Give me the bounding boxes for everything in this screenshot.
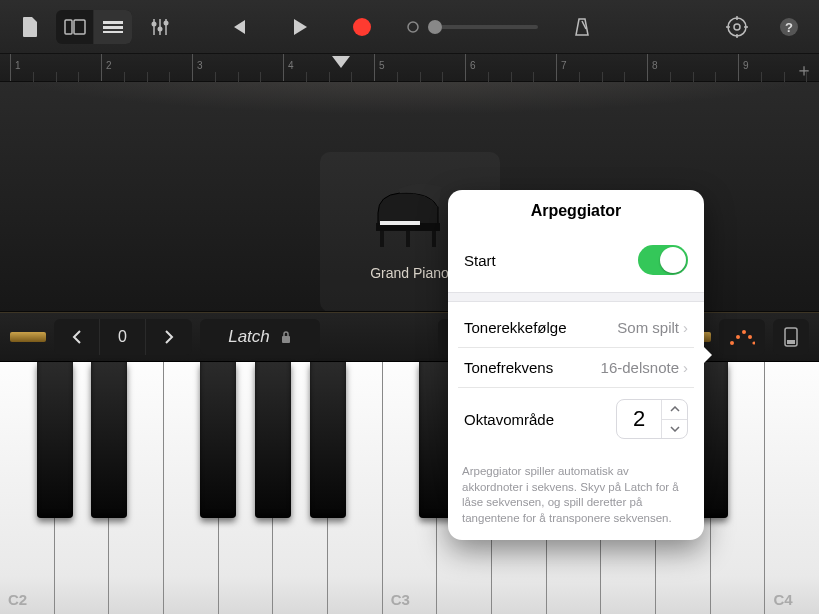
svg-point-10 xyxy=(164,20,169,25)
gear-icon xyxy=(726,16,748,38)
black-key[interactable] xyxy=(255,362,291,518)
key-label-c4: C4 xyxy=(773,591,792,608)
chevron-left-icon xyxy=(71,330,83,344)
rewind-icon xyxy=(229,18,247,36)
svg-rect-25 xyxy=(380,221,420,225)
help-icon: ? xyxy=(779,17,799,37)
lock-icon xyxy=(280,330,292,344)
chevron-down-icon xyxy=(670,426,680,432)
browser-view-button[interactable] xyxy=(56,10,94,44)
key-label-c2: C2 xyxy=(8,591,27,608)
chevron-up-icon xyxy=(670,406,680,412)
metronome-icon xyxy=(573,17,591,37)
arpeggiator-button[interactable] xyxy=(719,319,765,355)
svg-point-11 xyxy=(408,22,418,32)
add-section-button[interactable]: ＋ xyxy=(795,58,813,82)
tracks-view-button[interactable] xyxy=(94,10,132,44)
arp-start-switch[interactable] xyxy=(638,245,688,275)
svg-point-6 xyxy=(152,21,157,26)
black-key[interactable] xyxy=(37,362,73,518)
stepper-up-button[interactable] xyxy=(662,400,687,420)
chevron-right-icon: › xyxy=(683,319,688,336)
octave-up-button[interactable] xyxy=(146,319,192,355)
transport-controls xyxy=(220,10,600,44)
instrument-name: Grand Piano xyxy=(370,265,449,281)
latch-button[interactable]: Latch xyxy=(200,319,320,355)
svg-point-30 xyxy=(748,335,752,339)
volume-low-icon xyxy=(406,20,420,34)
my-songs-button[interactable] xyxy=(12,10,48,44)
record-icon xyxy=(353,18,371,36)
svg-text:?: ? xyxy=(785,19,793,34)
sliders-icon xyxy=(149,17,171,37)
track-controls-button[interactable] xyxy=(142,10,178,44)
popover-help-text: Arpeggiator spiller automatisk av akkord… xyxy=(448,456,704,540)
arpeggiator-popover: Arpeggiator Start Tonerekkefølge Som spi… xyxy=(448,190,704,540)
master-volume[interactable] xyxy=(406,20,538,34)
keyboard-layout-button[interactable] xyxy=(773,319,809,355)
svg-rect-24 xyxy=(406,231,410,247)
chevron-right-icon: › xyxy=(683,359,688,376)
svg-rect-22 xyxy=(380,231,384,247)
stepper-down-button[interactable] xyxy=(662,420,687,439)
note-order-row[interactable]: Tonerekkefølge Som spilt› xyxy=(458,308,694,347)
note-order-value: Som spilt xyxy=(617,319,679,336)
svg-rect-4 xyxy=(103,31,123,33)
record-button[interactable] xyxy=(344,10,380,44)
octave-range-label: Oktavområde xyxy=(464,411,554,428)
play-icon xyxy=(292,18,308,36)
document-icon xyxy=(20,16,40,38)
note-rate-value: 16-delsnote xyxy=(601,359,679,376)
svg-point-8 xyxy=(158,26,163,31)
note-rate-row[interactable]: Tonefrekvens 16-delsnote› xyxy=(458,347,694,387)
svg-point-27 xyxy=(730,341,734,345)
svg-rect-0 xyxy=(65,20,72,34)
black-key[interactable] xyxy=(200,362,236,518)
svg-rect-23 xyxy=(432,231,436,247)
main-toolbar: ? xyxy=(0,0,819,54)
view-segmented xyxy=(56,10,132,44)
octave-range-row: Oktavområde 2 xyxy=(458,387,694,450)
white-key[interactable]: C4 xyxy=(765,362,819,614)
playhead[interactable] xyxy=(332,56,350,68)
svg-rect-26 xyxy=(282,336,290,343)
svg-point-31 xyxy=(752,341,755,344)
svg-rect-3 xyxy=(103,26,123,29)
octave-range-stepper: 2 xyxy=(616,399,688,439)
grand-piano-icon xyxy=(370,183,450,253)
svg-point-13 xyxy=(728,18,746,36)
note-order-label: Tonerekkefølge xyxy=(464,319,567,336)
volume-slider[interactable] xyxy=(428,25,538,29)
svg-point-28 xyxy=(736,335,740,339)
settings-button[interactable] xyxy=(719,10,755,44)
chevron-right-icon xyxy=(163,330,175,344)
octave-controls: 0 xyxy=(54,319,192,355)
arp-start-row: Start xyxy=(458,234,694,286)
metronome-button[interactable] xyxy=(564,10,600,44)
octave-value: 0 xyxy=(100,319,146,355)
svg-rect-2 xyxy=(103,21,123,24)
svg-rect-1 xyxy=(74,20,85,34)
hinge-decor xyxy=(10,332,46,342)
note-rate-label: Tonefrekvens xyxy=(464,359,553,376)
tracks-icon xyxy=(102,20,124,34)
octave-down-button[interactable] xyxy=(54,319,100,355)
black-key[interactable] xyxy=(310,362,346,518)
browser-icon xyxy=(64,19,86,35)
arpeggiator-icon xyxy=(729,328,755,346)
go-to-beginning-button[interactable] xyxy=(220,10,256,44)
svg-point-29 xyxy=(742,330,746,334)
svg-rect-33 xyxy=(787,340,795,344)
arp-start-label: Start xyxy=(464,252,496,269)
help-button[interactable]: ? xyxy=(771,10,807,44)
svg-point-14 xyxy=(734,24,740,30)
octave-range-value: 2 xyxy=(617,406,661,432)
play-button[interactable] xyxy=(282,10,318,44)
black-key[interactable] xyxy=(91,362,127,518)
latch-label: Latch xyxy=(228,327,270,347)
popover-title: Arpeggiator xyxy=(448,190,704,228)
key-label-c3: C3 xyxy=(391,591,410,608)
timeline-ruler[interactable]: ＋ 123456789 xyxy=(0,54,819,82)
keyboard-icon xyxy=(783,326,799,348)
